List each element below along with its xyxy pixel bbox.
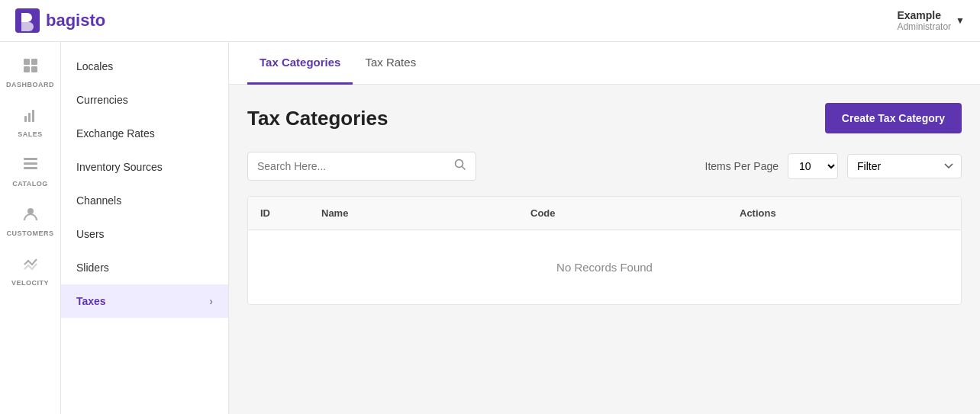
- velocity-icon: [22, 255, 39, 276]
- sidebar-item-exchange-rates[interactable]: Exchange Rates: [61, 117, 228, 150]
- right-controls: Items Per Page 10 25 50 100 Filter: [705, 153, 962, 179]
- search-icon[interactable]: [454, 159, 466, 174]
- tab-tax-categories[interactable]: Tax Categories: [247, 42, 353, 85]
- sidebar-item-taxes[interactable]: Taxes ›: [61, 284, 228, 318]
- sidebar-item-currencies[interactable]: Currencies: [61, 83, 228, 117]
- items-per-page-select[interactable]: 10 25 50 100: [788, 153, 838, 179]
- svg-rect-10: [24, 162, 37, 165]
- page-content: Tax Categories Create Tax Category Items…: [229, 85, 980, 323]
- svg-rect-7: [32, 110, 34, 122]
- sidebar-item-velocity[interactable]: VELOCITY: [0, 248, 60, 294]
- dashboard-icon: [22, 57, 39, 78]
- search-input[interactable]: [257, 160, 454, 172]
- sidebar-item-catalog[interactable]: CATALOG: [0, 149, 60, 195]
- user-area[interactable]: Example Administrator ▼: [897, 9, 965, 32]
- sidebar-item-dashboard[interactable]: DASHBOARD: [0, 50, 60, 96]
- sales-icon: [22, 107, 39, 127]
- logo-text: bagisto: [46, 11, 105, 30]
- svg-rect-3: [24, 66, 30, 72]
- svg-rect-11: [24, 167, 37, 169]
- tabs-bar: Tax Categories Tax Rates: [229, 42, 980, 85]
- sidebar-item-channels[interactable]: Channels: [61, 184, 228, 217]
- svg-rect-5: [24, 116, 27, 122]
- sidebar-item-sales[interactable]: SALES: [0, 99, 60, 146]
- user-name: Example: [897, 9, 951, 21]
- sidebar-item-locales[interactable]: Locales: [61, 50, 228, 83]
- catalog-icon: [22, 156, 39, 177]
- svg-rect-9: [24, 158, 37, 160]
- sidebar-chevron-icon: ›: [209, 295, 213, 307]
- tab-tax-rates[interactable]: Tax Rates: [353, 42, 428, 85]
- top-header: bagisto Example Administrator ▼: [0, 0, 980, 42]
- page-title: Tax Categories: [247, 107, 388, 130]
- column-actions: Actions: [740, 207, 949, 219]
- search-filter-bar: Items Per Page 10 25 50 100 Filter: [247, 152, 962, 181]
- data-table: ID Name Code Actions No Records Found: [247, 196, 962, 305]
- column-code: Code: [530, 207, 740, 219]
- column-name: Name: [321, 207, 530, 219]
- table-header: ID Name Code Actions: [248, 197, 961, 230]
- settings-sidebar: Locales Currencies Exchange Rates Invent…: [61, 42, 229, 414]
- svg-point-13: [456, 160, 463, 168]
- svg-point-12: [27, 208, 34, 214]
- catalog-label: CATALOG: [12, 180, 48, 188]
- user-role: Administrator: [897, 21, 951, 32]
- sidebar-item-customers[interactable]: CUSTOMERS: [0, 198, 60, 245]
- empty-message: No Records Found: [248, 230, 961, 304]
- left-nav: DASHBOARD SALES CATALOG CUSTOMERS VELOCI…: [0, 42, 61, 414]
- customers-label: CUSTOMERS: [7, 229, 54, 237]
- column-id: ID: [260, 207, 321, 219]
- sidebar-item-sliders[interactable]: Sliders: [61, 251, 228, 284]
- filter-select[interactable]: Filter: [847, 154, 962, 178]
- create-tax-category-button[interactable]: Create Tax Category: [825, 103, 962, 133]
- sales-label: SALES: [18, 130, 43, 138]
- dashboard-label: DASHBOARD: [6, 81, 54, 88]
- page-header: Tax Categories Create Tax Category: [247, 103, 962, 133]
- content-area: Tax Categories Tax Rates Tax Categories …: [229, 42, 980, 414]
- customers-icon: [22, 206, 39, 226]
- logo-area[interactable]: bagisto: [15, 8, 105, 33]
- main-layout: DASHBOARD SALES CATALOG CUSTOMERS VELOCI…: [0, 42, 980, 414]
- svg-line-14: [463, 167, 466, 170]
- svg-rect-6: [28, 113, 31, 122]
- svg-rect-4: [31, 66, 37, 72]
- sidebar-item-inventory-sources[interactable]: Inventory Sources: [61, 150, 228, 184]
- chevron-down-icon: ▼: [956, 15, 965, 26]
- sidebar-item-users[interactable]: Users: [61, 217, 228, 251]
- search-box: [247, 152, 476, 181]
- velocity-label: VELOCITY: [11, 279, 49, 287]
- svg-rect-1: [24, 59, 30, 65]
- logo-icon: [15, 8, 40, 33]
- svg-rect-2: [31, 59, 37, 65]
- items-per-page-label: Items Per Page: [705, 160, 779, 172]
